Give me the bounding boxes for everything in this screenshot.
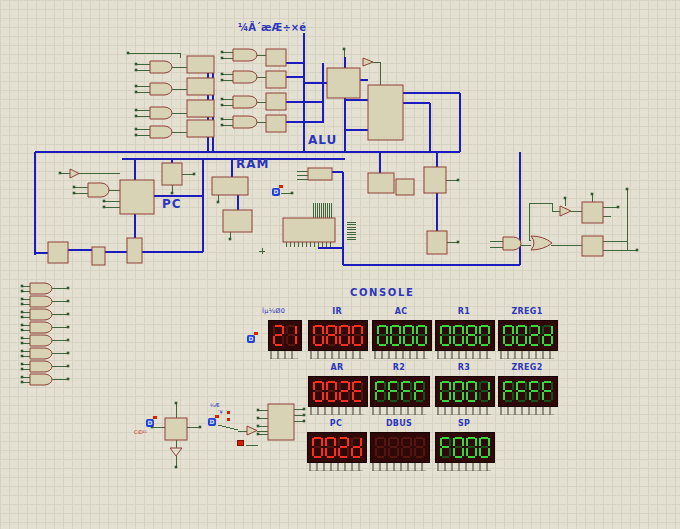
component-block[interactable] <box>268 404 294 440</box>
and-gate[interactable] <box>30 283 52 294</box>
segment <box>481 334 488 336</box>
component-block[interactable] <box>368 173 394 193</box>
and-gate[interactable] <box>150 107 172 119</box>
component-block[interactable] <box>187 56 214 73</box>
and-gate[interactable] <box>233 49 257 61</box>
seven-seg-display-SP[interactable] <box>435 432 495 463</box>
component-block[interactable] <box>212 177 248 195</box>
component-block[interactable] <box>165 418 187 440</box>
segment <box>531 381 538 383</box>
segment <box>538 382 540 390</box>
voltage-probe[interactable] <box>237 440 244 446</box>
segment <box>313 392 315 400</box>
segment <box>341 344 348 346</box>
component-block[interactable] <box>396 179 414 195</box>
seven-seg-display-R3[interactable] <box>435 376 495 407</box>
and-gate[interactable] <box>30 348 52 359</box>
segment <box>328 325 335 327</box>
component-block[interactable] <box>266 93 286 110</box>
component-block[interactable] <box>327 68 360 98</box>
alu-label: ALU <box>308 133 337 147</box>
component-block[interactable] <box>308 168 332 180</box>
and-gate[interactable] <box>233 96 257 108</box>
seven-seg-display-PC[interactable] <box>307 432 367 463</box>
segment <box>503 326 505 334</box>
segment <box>335 392 337 400</box>
segment <box>475 392 477 400</box>
component-block[interactable] <box>427 231 447 254</box>
junction-dot <box>135 69 138 72</box>
logic-probe[interactable]: D <box>272 188 280 196</box>
seven-seg-display-DBUS[interactable] <box>370 432 430 463</box>
seven-seg-display-R1[interactable] <box>435 320 495 351</box>
and-gate[interactable] <box>30 296 52 307</box>
and-gate[interactable] <box>233 116 257 128</box>
and-gate[interactable] <box>233 71 257 83</box>
seven-seg-digit <box>339 381 350 402</box>
segment <box>361 326 363 334</box>
seven-seg-display-IR[interactable] <box>308 320 368 351</box>
and-gate[interactable] <box>30 322 52 333</box>
component-block[interactable] <box>187 100 214 117</box>
logic-probe[interactable]: D <box>247 335 255 343</box>
segment <box>416 456 423 458</box>
seven-seg-display-AC[interactable] <box>372 320 432 351</box>
junction-dot <box>175 402 178 405</box>
segment <box>531 325 538 327</box>
component-block[interactable] <box>266 49 286 66</box>
buffer-gate[interactable] <box>70 169 79 178</box>
buffer-gate[interactable] <box>247 426 257 435</box>
component-block[interactable] <box>266 115 286 132</box>
junction-dot <box>67 313 70 316</box>
seven-seg-display-ZREG1[interactable] <box>498 320 558 351</box>
or-gate[interactable] <box>531 236 552 250</box>
segment <box>423 392 425 400</box>
component-block[interactable] <box>120 180 154 214</box>
and-gate[interactable] <box>30 361 52 372</box>
and-gate[interactable] <box>150 61 172 73</box>
component-block[interactable] <box>582 202 603 223</box>
seven-seg-display-AR[interactable] <box>308 376 368 407</box>
seven-seg-digit <box>312 437 323 458</box>
component-block[interactable] <box>266 71 286 88</box>
and-gate[interactable] <box>88 183 109 197</box>
and-gate[interactable] <box>30 309 52 320</box>
segment <box>377 446 384 448</box>
component-block[interactable] <box>368 85 403 140</box>
seven-seg-digit <box>529 381 540 402</box>
logic-probe[interactable]: D <box>146 419 154 427</box>
buffer-gate[interactable] <box>560 206 571 216</box>
and-gate[interactable] <box>30 374 52 385</box>
segment <box>416 446 423 448</box>
component-block[interactable] <box>424 167 446 193</box>
component-block[interactable] <box>283 218 335 242</box>
buffer-gate[interactable] <box>363 58 373 66</box>
seven-seg-display-R2[interactable] <box>370 376 430 407</box>
component-block[interactable] <box>187 120 214 137</box>
component-block[interactable] <box>127 238 142 263</box>
component-block[interactable] <box>187 78 214 95</box>
component-block[interactable] <box>92 247 105 265</box>
and-gate[interactable] <box>503 237 521 250</box>
seven-seg-display-ZREG2[interactable] <box>498 376 558 407</box>
segment <box>481 325 488 327</box>
logic-probe[interactable]: D <box>208 418 216 426</box>
diode-symbol[interactable] <box>170 448 182 456</box>
and-gate[interactable] <box>150 126 172 138</box>
segment <box>479 382 481 390</box>
seven-seg-display-Íµ¼Ø0[interactable] <box>268 320 302 351</box>
segment <box>412 326 414 334</box>
schematic-editor-canvas[interactable]: ¼Ä´æÆ÷×é ALU RAM PC CONSOLE CiD¹¹ ¼Æ ´¥ … <box>0 0 680 529</box>
and-gate[interactable] <box>150 83 172 95</box>
and-gate[interactable] <box>30 335 52 346</box>
component-block[interactable] <box>582 236 603 256</box>
segment <box>455 437 462 439</box>
junction-dot <box>21 355 24 358</box>
component-block[interactable] <box>162 163 182 185</box>
seven-seg-digit <box>503 325 514 346</box>
segment <box>275 344 282 346</box>
component-block[interactable] <box>48 242 68 263</box>
segment <box>410 382 412 390</box>
segment <box>403 437 410 439</box>
component-block[interactable] <box>223 210 252 232</box>
